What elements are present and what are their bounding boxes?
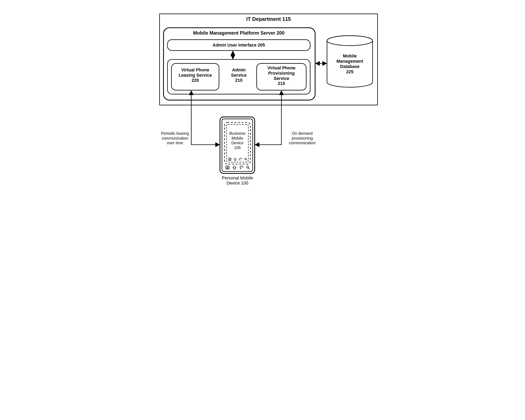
- provisioning-to-device-arrow: [255, 91, 281, 145]
- provisioning-service-label: Virtual PhoneProvisioningService215: [267, 65, 295, 86]
- personal-device: [220, 117, 254, 173]
- admin-ui-label: Admin User Interface 205: [213, 42, 265, 47]
- provisioning-comm-label: On demandprovisioningcommunication: [289, 131, 316, 145]
- leasing-service-label: Virtual PhoneLeasing Service220: [178, 67, 212, 83]
- it-department-title: IT Department 115: [246, 16, 291, 22]
- admin-service-label: AdminService210: [231, 67, 247, 83]
- server-box: [163, 28, 315, 100]
- server-title: Mobile Management Platform Server 200: [193, 30, 284, 36]
- architecture-diagram: IT Department 115 Mobile Management Plat…: [141, 0, 384, 194]
- leasing-comm-label: Periodic leasingcommunicationover time: [161, 131, 189, 145]
- svg-point-1: [327, 36, 373, 46]
- leasing-to-device-arrow: [191, 91, 219, 145]
- personal-device-label: Personal MobileDevice 100: [222, 175, 253, 186]
